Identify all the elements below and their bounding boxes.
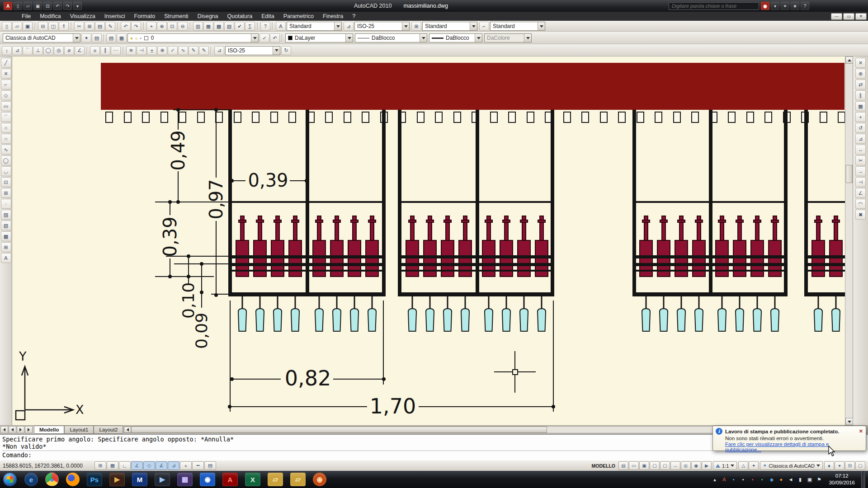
tray-flag-icon[interactable]: ⚑	[816, 476, 822, 483]
menu-item-x[interactable]: ?	[348, 12, 360, 21]
folder-1[interactable]: ▱	[268, 473, 283, 486]
color-select[interactable]: DaLayer	[285, 33, 353, 42]
chevron-down-icon[interactable]	[73, 34, 80, 42]
tab-layout1[interactable]: Layout1	[64, 426, 94, 434]
workspace-settings-icon[interactable]: ✦	[81, 33, 91, 42]
undo-icon[interactable]: ↶	[121, 22, 131, 31]
new-file-icon[interactable]: ▯	[2, 22, 12, 31]
polar-toggle[interactable]: ∠	[131, 461, 143, 470]
dimension-text-edit-icon[interactable]: ✎	[199, 46, 209, 55]
hatch-icon[interactable]: ▨	[1, 210, 11, 220]
tool-palettes-icon[interactable]: ▩	[214, 22, 224, 31]
menu-item-quotatura[interactable]: Quotatura	[223, 12, 257, 21]
help-icon[interactable]: ?	[260, 22, 270, 31]
quick-dimension-icon[interactable]: ≡	[90, 46, 100, 55]
inspect-icon[interactable]: ✓	[168, 46, 178, 55]
menu-item-modifica[interactable]: Modifica	[35, 12, 66, 21]
point-icon[interactable]: ∙	[1, 199, 11, 209]
vertical-scrollbar[interactable]	[845, 56, 853, 425]
save-icon[interactable]: ▣	[23, 22, 33, 31]
quick-view-drawings-button[interactable]: ▢	[660, 461, 670, 470]
tray-printer-icon[interactable]: ▣	[806, 476, 813, 483]
annotation-autoscale-icon[interactable]: ✦	[749, 461, 759, 470]
radius-icon[interactable]: ◯	[43, 46, 53, 55]
tray-shield-icon[interactable]: ◆	[768, 476, 775, 483]
scroll-down-button[interactable]	[845, 418, 853, 425]
angular-icon[interactable]: ∠	[75, 46, 85, 55]
zoom-previous-icon[interactable]: ⊖	[178, 22, 188, 31]
chevron-down-icon[interactable]	[475, 34, 482, 42]
jogged-icon[interactable]: ◎	[54, 46, 64, 55]
markup-icon[interactable]: ✔	[235, 22, 245, 31]
linetype-select[interactable]: DaBlocco	[355, 33, 427, 42]
menu-item-formato[interactable]: Formato	[130, 12, 160, 21]
gradient-icon[interactable]: ▧	[1, 221, 11, 230]
osnap-toggle[interactable]: ◇	[143, 461, 155, 470]
windows-media-player[interactable]: ◉	[200, 473, 215, 486]
adobe-reader[interactable]: A	[222, 473, 238, 486]
properties-icon[interactable]: ▥	[193, 22, 203, 31]
arc-icon[interactable]: ⌒	[1, 112, 11, 122]
app-button-icon[interactable]: A	[4, 2, 12, 10]
qp-toggle[interactable]: ▤	[204, 461, 216, 470]
tray-autocad-icon[interactable]: A	[721, 476, 727, 483]
lwt-toggle[interactable]: ━	[192, 461, 204, 470]
model-space-button[interactable]: ▤	[618, 461, 628, 470]
show-motion-button[interactable]: ▶	[702, 461, 712, 470]
favorites-icon[interactable]: ★	[791, 2, 799, 10]
qat-new-icon[interactable]: ▯	[14, 2, 22, 10]
cut-icon[interactable]: ✂	[74, 22, 84, 31]
quick-view-layouts-button[interactable]: ▢	[650, 461, 660, 470]
arc-length-icon[interactable]: ⌒	[23, 46, 33, 55]
qat-save-icon[interactable]: ▣	[33, 2, 42, 10]
circle-icon[interactable]: ○	[1, 123, 11, 133]
tray-volume-icon[interactable]: ◄	[787, 476, 794, 483]
diameter-icon[interactable]: ⌀	[64, 46, 74, 55]
menu-item-edita[interactable]: Edita	[257, 12, 279, 21]
offset-icon[interactable]: ∥	[855, 90, 866, 100]
annotation-scale-control[interactable]: 1:1	[713, 461, 737, 470]
continue-icon[interactable]: ⋯	[111, 46, 121, 55]
tray-app-red-icon[interactable]: ▪	[749, 476, 756, 483]
plot-notification-icon[interactable]: ⊟	[845, 461, 855, 470]
qat-plot-icon[interactable]: ⊟	[43, 2, 52, 10]
layout-button[interactable]: ▭	[629, 461, 639, 470]
mirror-icon[interactable]: ⇄	[855, 80, 866, 89]
lineweight-select[interactable]: DaBlocco	[429, 33, 482, 42]
zoom-window-icon[interactable]: ⊡	[167, 22, 177, 31]
scrollbar-thumb[interactable]	[846, 165, 853, 183]
tray-app-orange-icon[interactable]: ●	[778, 476, 784, 483]
dimension-edit-icon[interactable]: ✎	[189, 46, 198, 55]
toolbar-lock-icon[interactable]: ∎	[824, 461, 834, 470]
menu-item-file[interactable]: File	[17, 12, 35, 21]
drawing-canvas[interactable]: Y X 0,490,970,390,390,100,090,821,70	[12, 56, 845, 425]
app-orange[interactable]: ◉	[313, 473, 326, 486]
polygon-icon[interactable]: ◇	[1, 90, 11, 100]
tab-layout2[interactable]: Layout2	[94, 426, 123, 434]
status-menu-icon[interactable]: ▾	[835, 461, 844, 470]
dyn-toggle[interactable]: +	[180, 461, 192, 470]
ortho-toggle[interactable]: ∟	[119, 461, 131, 470]
array-icon[interactable]: ▦	[855, 101, 866, 111]
annotation-visibility-icon[interactable]: △	[738, 461, 748, 470]
qat-redo-icon[interactable]: ↷	[63, 2, 72, 10]
menu-item-inserisci[interactable]: Inserisci	[100, 12, 130, 21]
aligned-dimension-icon[interactable]: ⊿	[12, 46, 22, 55]
scrollbar-thumb[interactable]	[131, 427, 547, 433]
clean-screen-icon[interactable]: ▢	[855, 461, 865, 470]
otrack-toggle[interactable]: ∡	[156, 461, 167, 470]
tray-app-blue-icon[interactable]: ▪	[730, 476, 737, 483]
jogged-linear-icon[interactable]: ∿	[178, 46, 188, 55]
minimize-button[interactable]: —	[831, 13, 842, 20]
designcenter-icon[interactable]: ▦	[203, 22, 213, 31]
move-icon[interactable]: +	[855, 112, 866, 122]
match-properties-icon[interactable]: ✎	[105, 22, 115, 31]
ducs-toggle[interactable]: ⊿	[168, 461, 179, 470]
layer-select[interactable]: ●☼▪ 0	[127, 33, 259, 42]
close-icon[interactable]: ✕	[859, 428, 863, 434]
chevron-down-icon[interactable]	[251, 34, 258, 42]
firefox[interactable]	[66, 473, 80, 486]
first-tab-button[interactable]	[0, 426, 8, 433]
construction-line-icon[interactable]: ✕	[1, 69, 11, 79]
line-tool-icon[interactable]: ╱	[1, 58, 11, 68]
